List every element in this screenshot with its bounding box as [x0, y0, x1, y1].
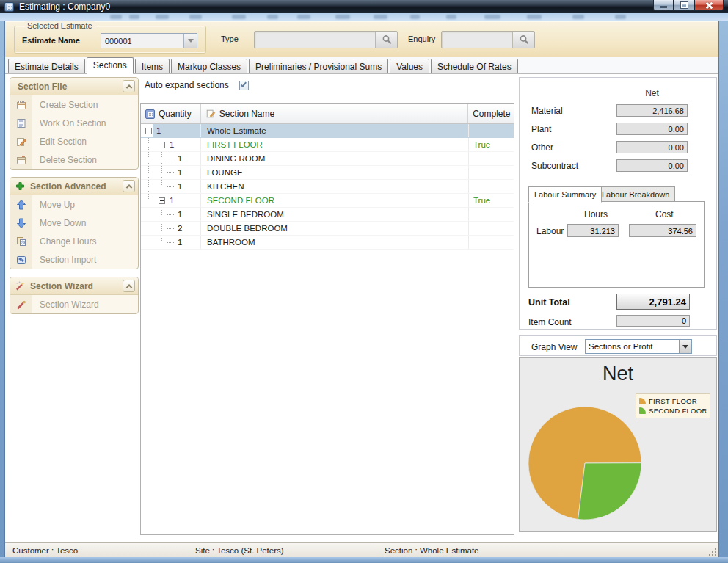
legend-item: FIRST FLOOR [639, 396, 707, 406]
labour-hours-value: 31.213 [567, 224, 619, 237]
tab-labour-breakdown[interactable]: Labour Breakdown [596, 186, 675, 202]
change-hours-icon [15, 236, 27, 247]
sections-main: Auto expand sections Quantity Section Na… [139, 74, 514, 535]
auto-expand-checkbox[interactable] [239, 81, 249, 90]
type-field [254, 31, 398, 48]
unit-total-value: 2,791.24 [616, 294, 690, 310]
section-import-icon [15, 254, 27, 266]
collapse-toggle-icon[interactable] [159, 142, 165, 148]
status-bar: Customer : Tesco Site : Tesco (St. Peter… [5, 542, 718, 558]
table-row[interactable]: 1 FIRST FLOOR True [141, 138, 514, 152]
other-value: 0.00 [616, 141, 688, 153]
close-button[interactable] [694, 0, 724, 11]
search-icon [382, 34, 392, 45]
maximize-button[interactable] [674, 0, 694, 11]
resize-grip[interactable] [708, 548, 717, 556]
tab-sections[interactable]: Sections [87, 57, 134, 74]
auto-expand-label: Auto expand sections [145, 80, 229, 90]
table-header: Quantity Section Name Complete [141, 104, 514, 124]
status-site: Site : Tesco (St. Peters) [195, 546, 284, 555]
tab-markup-classes[interactable]: Markup Classes [171, 59, 247, 73]
sidebar-item-work-on-section[interactable]: Work On Section [10, 114, 138, 132]
table-row[interactable]: 1 BATHROOM [141, 236, 514, 250]
wand-icon [15, 280, 26, 291]
window-frame-bottom [0, 557, 728, 563]
tab-values[interactable]: Values [390, 59, 429, 73]
group-header-section-wizard[interactable]: Section Wizard [10, 277, 138, 295]
edit-section-icon [15, 136, 27, 148]
app-window: Estimating : Company0 Selected Estimate … [0, 0, 728, 563]
type-search-button[interactable] [375, 32, 397, 48]
chart-legend: FIRST FLOOR SECOND FLOOR [636, 393, 710, 418]
group-section-file: Section File Create Section Work On Sect… [10, 77, 139, 170]
tab-estimate-details[interactable]: Estimate Details [8, 59, 85, 73]
estimate-name-combobox[interactable]: 000001 [101, 33, 197, 48]
table-row[interactable]: 1 DINING ROOM [141, 152, 514, 166]
tab-strip: Estimate Details Sections Items Markup C… [5, 57, 718, 74]
enquiry-label: Enquiry [408, 34, 435, 43]
tab-schedule-of-rates[interactable]: Schedule Of Rates [431, 59, 518, 73]
sidebar-item-section-import[interactable]: Section Import [10, 250, 138, 269]
sidebar-item-create-section[interactable]: Create Section [10, 95, 138, 114]
table-row[interactable]: 1 SINGLE BEDROOM [141, 208, 514, 222]
column-header-section-name[interactable]: Section Name [201, 104, 468, 123]
table-row[interactable]: 2 DOUBLE BEDROOM [141, 222, 514, 236]
group-title: Section Wizard [30, 281, 93, 291]
enquiry-search-button[interactable] [512, 32, 534, 48]
sidebar-item-move-down[interactable]: Move Down [10, 214, 138, 232]
chevron-up-icon [125, 84, 131, 90]
other-label: Other [531, 142, 553, 153]
labour-cost-value: 374.56 [629, 224, 696, 237]
enquiry-input[interactable] [442, 32, 512, 48]
graph-view-label: Graph View [531, 342, 577, 352]
table-row[interactable]: 1 SECOND FLOOR True [141, 194, 514, 208]
move-up-icon [15, 199, 27, 211]
quantity-icon [145, 109, 155, 119]
estimate-name-dropdown-button[interactable] [183, 34, 197, 48]
legend-swatch-first-floor [639, 398, 646, 404]
sections-table: Quantity Section Name Complete 1 Whole E… [140, 103, 514, 535]
group-section-advanced: Section Advanced Move Up Move Down Chang… [10, 177, 139, 269]
collapse-toggle-icon[interactable] [159, 197, 165, 204]
sidebar-item-section-wizard[interactable]: Section Wizard [10, 295, 138, 313]
type-input[interactable] [255, 32, 375, 48]
tree-connector [167, 172, 174, 173]
group-header-section-file[interactable]: Section File [10, 78, 138, 95]
item-count-value: 0 [616, 315, 690, 327]
graph-view-combobox[interactable]: Sections or Profit [585, 339, 692, 354]
collapse-button[interactable] [123, 280, 135, 292]
minimize-button[interactable] [653, 0, 674, 11]
plant-label: Plant [531, 124, 551, 134]
unit-total-label: Unit Total [528, 297, 570, 308]
column-header-quantity[interactable]: Quantity [141, 104, 201, 123]
table-row[interactable]: 1 Whole Estimate [141, 124, 514, 138]
group-title: Section File [18, 81, 67, 92]
table-row[interactable]: 1 LOUNGE [141, 166, 514, 180]
delete-section-icon [15, 154, 27, 166]
close-icon [705, 2, 713, 9]
sidebar-item-change-hours[interactable]: Change Hours [10, 232, 138, 250]
tree-connector [167, 228, 174, 229]
estimate-name-value: 000001 [101, 37, 183, 46]
sidebar-item-move-up[interactable]: Move Up [10, 195, 138, 214]
column-header-complete[interactable]: Complete [468, 104, 514, 123]
group-label: Selected Estimate [25, 21, 95, 30]
sidebar-item-delete-section[interactable]: Delete Section [10, 150, 138, 169]
group-header-section-advanced[interactable]: Section Advanced [10, 178, 138, 195]
legend-item: SECOND FLOOR [639, 406, 707, 415]
app-icon [4, 2, 14, 12]
app-body: Selected Estimate Estimate Name 000001 T… [4, 21, 719, 557]
tab-labour-summary[interactable]: Labour Summary [528, 186, 602, 203]
sidebar: Section File Create Section Work On Sect… [10, 77, 139, 322]
collapse-toggle-icon[interactable] [145, 128, 152, 134]
table-row[interactable]: 1 KITCHEN [141, 180, 514, 194]
work-on-section-icon [15, 117, 27, 129]
sidebar-item-edit-section[interactable]: Edit Section [10, 132, 138, 150]
graph-view-dropdown-button[interactable] [679, 340, 691, 353]
title-bar: Estimating : Company0 [0, 0, 728, 13]
tab-preliminaries[interactable]: Preliminaries / Provisional Sums [249, 59, 388, 73]
collapse-button[interactable] [123, 180, 135, 192]
collapse-button[interactable] [123, 80, 135, 92]
tab-items[interactable]: Items [135, 59, 170, 73]
net-summary-panel: Net Material 2,416.68 Plant 0.00 Other 0… [519, 77, 717, 330]
